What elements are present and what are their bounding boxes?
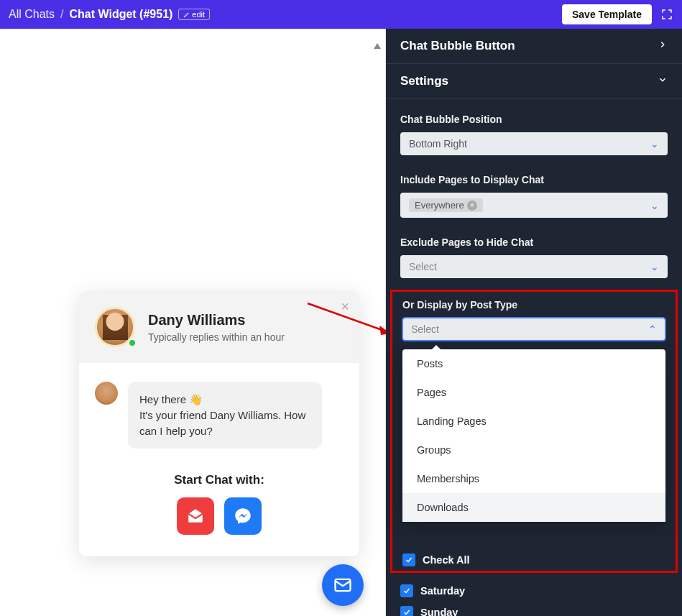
presence-indicator xyxy=(128,339,137,347)
message-row: Hey there 👋 It's your friend Dany Willia… xyxy=(95,382,344,449)
tag-label: Everywhere xyxy=(415,200,464,211)
pencil-icon xyxy=(183,11,190,18)
option-pages[interactable]: Pages xyxy=(402,378,665,407)
section-chat-bubble-button[interactable]: Chat Bubble Button xyxy=(386,29,682,64)
chevron-down-icon: ⌄ xyxy=(650,261,659,272)
tag-everywhere[interactable]: Everywhere × xyxy=(409,198,483,212)
chevron-up-icon: ⌃ xyxy=(648,323,657,335)
scroll-up-icon[interactable] xyxy=(374,43,381,49)
checkbox-check-all[interactable] xyxy=(402,553,415,566)
start-messenger-button[interactable] xyxy=(224,497,262,535)
section-label: Settings xyxy=(400,74,448,88)
chat-widget-preview: × Dany Williams Typically replies within… xyxy=(79,291,359,556)
tag-remove-icon[interactable]: × xyxy=(467,201,477,211)
check-saturday-row[interactable]: Saturday xyxy=(400,580,668,602)
checkbox-sunday[interactable] xyxy=(400,606,413,616)
select-placeholder: Select xyxy=(409,261,437,272)
post-type-dropdown: Posts Pages Landing Pages Groups Members… xyxy=(402,349,665,522)
check-all-row[interactable]: Check All xyxy=(402,549,665,571)
save-template-button[interactable]: Save Template xyxy=(562,4,652,24)
select-exclude-pages[interactable]: Select ⌄ xyxy=(400,255,668,278)
edit-title-button[interactable]: edit xyxy=(178,9,210,20)
chat-header: × Dany Williams Typically replies within… xyxy=(79,291,359,363)
chat-fab-button[interactable] xyxy=(322,564,364,606)
agent-avatar-small xyxy=(95,382,118,405)
chevron-down-icon: ⌄ xyxy=(650,138,659,150)
settings-panel[interactable]: Chat Bubble Button Settings Chat Bubble … xyxy=(386,29,682,616)
fullscreen-icon[interactable] xyxy=(660,8,673,21)
chevron-down-icon: ⌄ xyxy=(650,200,659,211)
chevron-down-icon xyxy=(658,75,668,88)
check-label: Sunday xyxy=(420,607,458,616)
annotation-highlight: Or Display by Post Type Select ⌃ Posts P… xyxy=(390,290,678,573)
top-bar: All Chats / Chat Widget (#951) edit Save… xyxy=(0,0,682,29)
check-label: Check All xyxy=(423,554,470,566)
option-groups[interactable]: Groups xyxy=(402,436,665,464)
field-label-include-pages: Include Pages to Display Chat xyxy=(400,174,668,185)
breadcrumb-root[interactable]: All Chats xyxy=(9,8,55,21)
select-value: Bottom Right xyxy=(409,138,467,150)
start-email-button[interactable] xyxy=(177,497,214,535)
agent-name: Dany Williams xyxy=(148,312,344,328)
select-include-pages[interactable]: Everywhere × ⌄ xyxy=(400,193,668,218)
section-settings[interactable]: Settings xyxy=(386,64,682,99)
edit-label: edit xyxy=(192,10,205,19)
start-chat-label: Start Chat with: xyxy=(95,473,344,487)
check-label: Saturday xyxy=(420,585,465,597)
select-chat-bubble-position[interactable]: Bottom Right ⌄ xyxy=(400,132,668,155)
check-sunday-row[interactable]: Sunday xyxy=(400,602,668,616)
breadcrumb-current: Chat Widget (#951) xyxy=(69,8,172,21)
checkbox-saturday[interactable] xyxy=(400,584,413,597)
select-post-type[interactable]: Select ⌃ Posts Pages Landing Pages Group… xyxy=(402,318,665,341)
section-label: Chat Bubble Button xyxy=(400,39,515,53)
option-landing-pages[interactable]: Landing Pages xyxy=(402,407,665,436)
top-right: Save Template xyxy=(562,4,673,24)
breadcrumb: All Chats / Chat Widget (#951) edit xyxy=(9,8,210,21)
option-posts[interactable]: Posts xyxy=(402,349,665,378)
field-label-position: Chat Bubble Position xyxy=(400,114,668,125)
field-label-exclude-pages: Exclude Pages to Hide Chat xyxy=(400,236,668,248)
preview-pane: × Dany Williams Typically replies within… xyxy=(0,29,386,616)
breadcrumb-separator: / xyxy=(60,8,63,21)
agent-subtitle: Typically replies within an hour xyxy=(148,331,344,343)
option-memberships[interactable]: Memberships xyxy=(402,464,665,493)
messenger-icon xyxy=(234,507,252,525)
message-bubble: Hey there 👋 It's your friend Dany Willia… xyxy=(128,382,322,449)
option-downloads[interactable]: Downloads xyxy=(402,493,665,522)
envelope-icon xyxy=(333,575,353,595)
mail-open-icon xyxy=(186,507,205,525)
select-placeholder: Select xyxy=(411,323,439,335)
close-icon[interactable]: × xyxy=(341,298,349,315)
chevron-right-icon xyxy=(658,40,668,52)
field-label-post-type: Or Display by Post Type xyxy=(402,299,665,311)
